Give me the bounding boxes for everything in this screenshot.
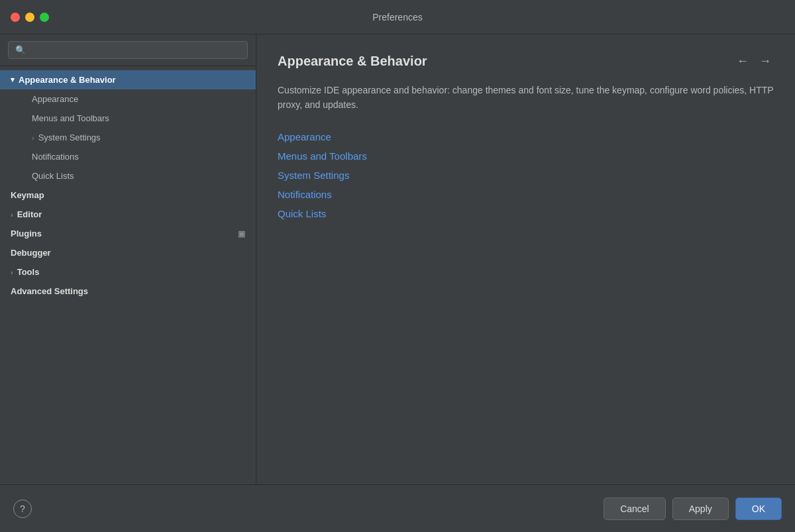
sidebar-item-label: Tools	[17, 267, 40, 277]
link-appearance[interactable]: Appearance	[278, 131, 774, 142]
sidebar-item-notifications[interactable]: Notifications	[0, 147, 256, 166]
help-button[interactable]: ?	[13, 500, 32, 518]
ok-button[interactable]: OK	[735, 498, 782, 520]
sidebar: ▾ Appearance & Behavior Appearance Menus…	[0, 34, 256, 484]
chevron-down-icon: ▾	[11, 76, 15, 84]
main-container: ▾ Appearance & Behavior Appearance Menus…	[0, 34, 795, 484]
sidebar-item-menus-toolbars[interactable]: Menus and Toolbars	[0, 109, 256, 128]
sidebar-nav: ▾ Appearance & Behavior Appearance Menus…	[0, 66, 256, 484]
chevron-right-icon: ›	[11, 268, 13, 276]
sidebar-item-label: Quick Lists	[32, 171, 74, 181]
window-title: Preferences	[372, 12, 422, 23]
apply-button[interactable]: Apply	[672, 498, 729, 520]
forward-button[interactable]: →	[757, 53, 774, 70]
sidebar-item-quick-lists[interactable]: Quick Lists	[0, 166, 256, 186]
sidebar-item-editor[interactable]: › Editor	[0, 205, 256, 224]
link-system-settings[interactable]: System Settings	[278, 170, 774, 181]
sidebar-item-label: Appearance & Behavior	[19, 75, 116, 85]
sidebar-item-label: Plugins	[11, 229, 42, 239]
close-button[interactable]	[11, 13, 20, 22]
search-container	[0, 34, 256, 66]
sidebar-item-label: System Settings	[38, 133, 101, 142]
sidebar-item-keymap[interactable]: Keymap	[0, 186, 256, 205]
cancel-button[interactable]: Cancel	[604, 498, 666, 520]
minimize-button[interactable]	[25, 13, 34, 22]
link-quick-lists[interactable]: Quick Lists	[278, 208, 774, 219]
sidebar-item-appearance[interactable]: Appearance	[0, 89, 256, 109]
sidebar-item-label: Menus and Toolbars	[32, 113, 109, 123]
sidebar-item-advanced-settings[interactable]: Advanced Settings	[0, 282, 256, 301]
chevron-right-icon: ›	[32, 134, 34, 142]
window-controls	[11, 13, 49, 22]
link-menus-toolbars[interactable]: Menus and Toolbars	[278, 150, 774, 162]
content-description: Customize IDE appearance and behavior: c…	[278, 83, 774, 113]
title-bar: Preferences	[0, 0, 795, 34]
sidebar-item-debugger[interactable]: Debugger	[0, 243, 256, 262]
sidebar-item-label: Debugger	[11, 248, 51, 258]
sidebar-item-label: Notifications	[32, 152, 79, 162]
sidebar-item-tools[interactable]: › Tools	[0, 262, 256, 282]
bottom-bar: ? Cancel Apply OK	[0, 484, 795, 532]
maximize-button[interactable]	[40, 13, 49, 22]
sidebar-item-plugins[interactable]: Plugins ▣	[0, 224, 256, 243]
content-area: Appearance & Behavior ← → Customize IDE …	[256, 34, 795, 484]
search-input[interactable]	[8, 41, 248, 59]
content-links: Appearance Menus and Toolbars System Set…	[278, 131, 774, 219]
content-header: Appearance & Behavior ← →	[278, 53, 774, 70]
back-button[interactable]: ←	[734, 53, 751, 70]
bottom-actions: Cancel Apply OK	[604, 498, 782, 520]
sidebar-item-label: Keymap	[11, 190, 44, 200]
sidebar-item-label: Editor	[17, 209, 42, 219]
nav-arrows: ← →	[734, 53, 774, 70]
content-title: Appearance & Behavior	[278, 54, 427, 69]
sidebar-item-label: Advanced Settings	[11, 286, 88, 296]
plugin-icon: ▣	[238, 229, 245, 239]
sidebar-item-appearance-behavior[interactable]: ▾ Appearance & Behavior	[0, 70, 256, 89]
link-notifications[interactable]: Notifications	[278, 189, 774, 200]
sidebar-item-label: Appearance	[32, 94, 78, 104]
chevron-right-icon: ›	[11, 211, 13, 219]
sidebar-item-system-settings[interactable]: › System Settings	[0, 128, 256, 147]
